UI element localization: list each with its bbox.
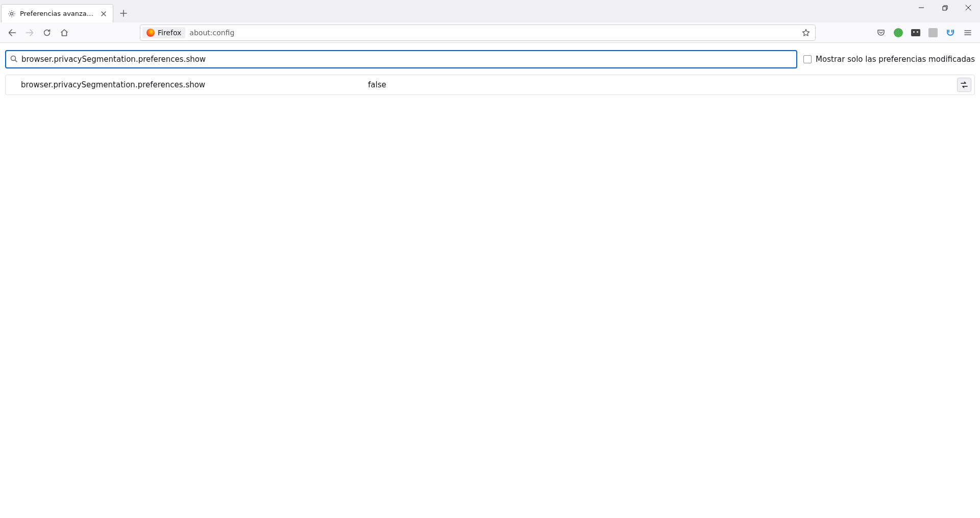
checkbox-icon — [803, 55, 812, 63]
close-window-button[interactable] — [957, 0, 980, 15]
minimize-button[interactable] — [910, 0, 933, 15]
new-tab-button[interactable] — [115, 5, 132, 21]
urlbar[interactable]: Firefox about:config — [140, 25, 816, 41]
extension-gray-icon[interactable] — [925, 25, 941, 41]
preference-list: browser.privacySegmentation.preferences.… — [5, 75, 975, 95]
filter-modified-checkbox[interactable]: Mostrar solo las preferencias modificada… — [803, 55, 975, 64]
maximize-button[interactable] — [933, 0, 957, 15]
home-button[interactable] — [56, 25, 72, 41]
tab-title: Preferencias avanzadas — [20, 10, 94, 17]
preference-value: false — [368, 80, 957, 89]
toolbar-right — [873, 25, 976, 41]
extension-blue-icon[interactable] — [942, 25, 959, 41]
back-button[interactable] — [4, 25, 20, 41]
app-menu-button[interactable] — [960, 25, 976, 41]
extension-robot-icon[interactable] — [908, 25, 924, 41]
browser-tab[interactable]: Preferencias avanzadas — [1, 4, 113, 22]
titlebar: Preferencias avanzadas — [0, 0, 980, 22]
content-area: Mostrar solo las preferencias modificada… — [0, 43, 980, 102]
search-input[interactable] — [21, 55, 792, 64]
reload-button[interactable] — [39, 25, 55, 41]
toggle-button[interactable] — [957, 78, 971, 92]
preference-row[interactable]: browser.privacySegmentation.preferences.… — [5, 75, 975, 95]
extension-green-icon[interactable] — [890, 25, 906, 41]
preference-name: browser.privacySegmentation.preferences.… — [21, 80, 368, 89]
gear-icon — [8, 10, 16, 18]
urlbar-container: Firefox about:config — [140, 25, 816, 41]
tabs-area: Preferencias avanzadas — [1, 0, 132, 22]
nav-toolbar: Firefox about:config — [0, 22, 980, 43]
pocket-button[interactable] — [873, 25, 889, 41]
identity-box[interactable]: Firefox — [142, 27, 185, 38]
search-row: Mostrar solo las preferencias modificada… — [5, 50, 975, 68]
identity-label: Firefox — [158, 29, 181, 37]
forward-button[interactable] — [21, 25, 38, 41]
url-text: about:config — [188, 29, 796, 37]
bookmark-button[interactable] — [799, 26, 813, 40]
search-box — [5, 50, 797, 68]
svg-point-0 — [11, 12, 13, 15]
search-icon — [10, 55, 17, 64]
filter-label: Mostrar solo las preferencias modificada… — [816, 55, 975, 64]
window-controls — [910, 0, 980, 15]
svg-rect-1 — [943, 7, 946, 10]
firefox-logo-icon — [146, 29, 155, 37]
tab-close-button[interactable] — [99, 9, 109, 19]
